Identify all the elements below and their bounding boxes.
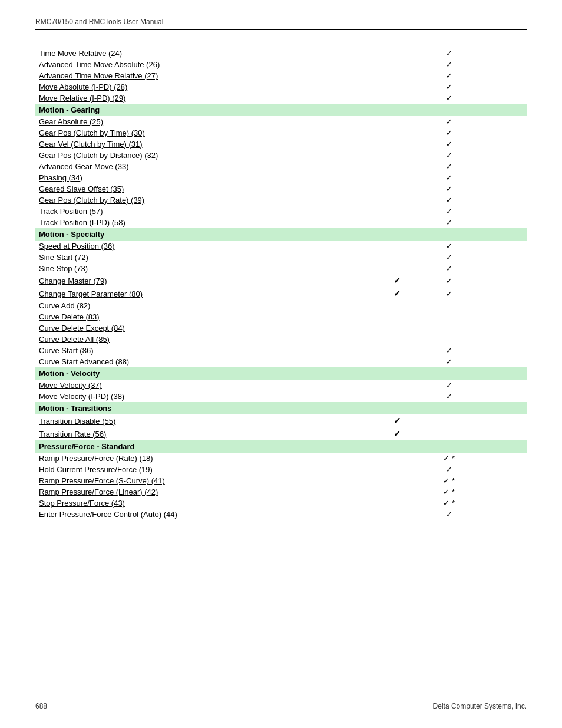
row-name[interactable]: Gear Vel (Clutch by Time) (31)	[35, 139, 372, 150]
row-col1	[372, 464, 424, 475]
table-row: Advanced Time Move Absolute (26) ✓	[35, 59, 527, 70]
row-col3	[475, 195, 527, 206]
main-table: Time Move Relative (24) ✓ Advanced Time …	[35, 48, 527, 520]
row-col2	[423, 427, 475, 440]
row-name[interactable]: Ramp Pressure/Force (S-Curve) (41)	[35, 475, 372, 486]
row-col3	[475, 217, 527, 228]
row-col3	[475, 274, 527, 287]
row-name[interactable]: Ramp Pressure/Force (Rate) (18)	[35, 453, 372, 464]
row-name[interactable]: Advanced Time Move Relative (27)	[35, 70, 372, 81]
row-name[interactable]: Gear Pos (Clutch by Time) (30)	[35, 127, 372, 139]
row-name[interactable]: Gear Absolute (25)	[35, 116, 372, 127]
row-col1	[372, 453, 424, 464]
row-col1	[372, 252, 424, 263]
row-col2	[423, 334, 475, 345]
row-name[interactable]: Move Velocity (I-PD) (38)	[35, 391, 372, 402]
row-name[interactable]: Sine Stop (73)	[35, 263, 372, 274]
row-col1	[372, 356, 424, 367]
section-row: Motion - Velocity	[35, 367, 527, 380]
table-row: Sine Start (72) ✓	[35, 252, 527, 263]
row-name[interactable]: Curve Delete (83)	[35, 311, 372, 322]
row-name[interactable]: Transition Disable (55)	[35, 414, 372, 427]
row-name[interactable]: Curve Start Advanced (88)	[35, 356, 372, 367]
section-row: Motion - Gearing	[35, 104, 527, 116]
row-col2: ✓	[423, 391, 475, 402]
row-col3	[475, 486, 527, 498]
row-name[interactable]: Ramp Pressure/Force (Linear) (42)	[35, 486, 372, 498]
row-col2	[423, 311, 475, 322]
row-col1	[372, 217, 424, 228]
row-name[interactable]: Change Master (79)	[35, 274, 372, 287]
table-row: Transition Disable (55) ✓	[35, 414, 527, 427]
row-col1	[372, 127, 424, 139]
row-col2: ✓	[423, 161, 475, 172]
table-row: Move Absolute (I-PD) (28) ✓	[35, 81, 527, 93]
row-col3	[475, 322, 527, 334]
row-name[interactable]: Advanced Time Move Absolute (26)	[35, 59, 372, 70]
table-row: Change Master (79) ✓ ✓	[35, 274, 527, 287]
row-col2: ✓ *	[423, 453, 475, 464]
table-row: Gear Pos (Clutch by Rate) (39) ✓	[35, 195, 527, 206]
row-col2	[423, 322, 475, 334]
row-col1	[372, 334, 424, 345]
row-name[interactable]: Gear Pos (Clutch by Distance) (32)	[35, 150, 372, 161]
row-col3	[475, 127, 527, 139]
row-col1	[372, 195, 424, 206]
row-name[interactable]: Move Absolute (I-PD) (28)	[35, 81, 372, 93]
table-row: Curve Start (86) ✓	[35, 345, 527, 356]
row-name[interactable]: Stop Pressure/Force (43)	[35, 498, 372, 509]
row-col2	[423, 414, 475, 427]
row-col2	[423, 300, 475, 311]
row-name[interactable]: Track Position (57)	[35, 206, 372, 217]
row-col2: ✓ *	[423, 475, 475, 486]
row-name[interactable]: Curve Add (82)	[35, 300, 372, 311]
row-name[interactable]: Enter Pressure/Force Control (Auto) (44)	[35, 509, 372, 520]
row-name[interactable]: Time Move Relative (24)	[35, 48, 372, 59]
row-col2: ✓	[423, 287, 475, 300]
table-row: Change Target Parameter (80) ✓ ✓	[35, 287, 527, 300]
row-col2: ✓	[423, 195, 475, 206]
row-col1	[372, 206, 424, 217]
header-text: RMC70/150 and RMCTools User Manual	[35, 18, 163, 26]
row-name[interactable]: Change Target Parameter (80)	[35, 287, 372, 300]
row-name[interactable]: Curve Delete Except (84)	[35, 322, 372, 334]
page: RMC70/150 and RMCTools User Manual Time …	[0, 0, 562, 728]
row-name[interactable]: Track Position (I-PD) (58)	[35, 217, 372, 228]
row-name[interactable]: Geared Slave Offset (35)	[35, 183, 372, 195]
row-name[interactable]: Gear Pos (Clutch by Rate) (39)	[35, 195, 372, 206]
row-col2: ✓ *	[423, 486, 475, 498]
row-name[interactable]: Phasing (34)	[35, 172, 372, 183]
row-col3	[475, 300, 527, 311]
section-label: Motion - Velocity	[35, 367, 527, 380]
row-col3	[475, 334, 527, 345]
row-name[interactable]: Move Velocity (37)	[35, 380, 372, 391]
row-name[interactable]: Curve Delete All (85)	[35, 334, 372, 345]
row-col3	[475, 464, 527, 475]
row-name[interactable]: Speed at Position (36)	[35, 241, 372, 252]
row-col2: ✓	[423, 183, 475, 195]
row-col2: ✓	[423, 345, 475, 356]
table-row: Ramp Pressure/Force (Linear) (42) ✓ *	[35, 486, 527, 498]
row-col2: ✓	[423, 172, 475, 183]
table-row: Hold Current Pressure/Force (19) ✓	[35, 464, 527, 475]
row-name[interactable]: Sine Start (72)	[35, 252, 372, 263]
row-col1	[372, 183, 424, 195]
row-name[interactable]: Transition Rate (56)	[35, 427, 372, 440]
row-name[interactable]: Curve Start (86)	[35, 345, 372, 356]
row-name[interactable]: Move Relative (I-PD) (29)	[35, 93, 372, 104]
row-col3	[475, 391, 527, 402]
row-col2: ✓	[423, 139, 475, 150]
row-col1	[372, 150, 424, 161]
table-row: Move Velocity (I-PD) (38) ✓	[35, 391, 527, 402]
row-col1	[372, 161, 424, 172]
table-row: Move Relative (I-PD) (29) ✓	[35, 93, 527, 104]
row-col3	[475, 172, 527, 183]
row-name[interactable]: Hold Current Pressure/Force (19)	[35, 464, 372, 475]
table-row: Move Velocity (37) ✓	[35, 380, 527, 391]
row-col1	[372, 139, 424, 150]
table-row: Transition Rate (56) ✓	[35, 427, 527, 440]
row-col3	[475, 263, 527, 274]
row-name[interactable]: Advanced Gear Move (33)	[35, 161, 372, 172]
table-row: Stop Pressure/Force (43) ✓ *	[35, 498, 527, 509]
row-col3	[475, 161, 527, 172]
